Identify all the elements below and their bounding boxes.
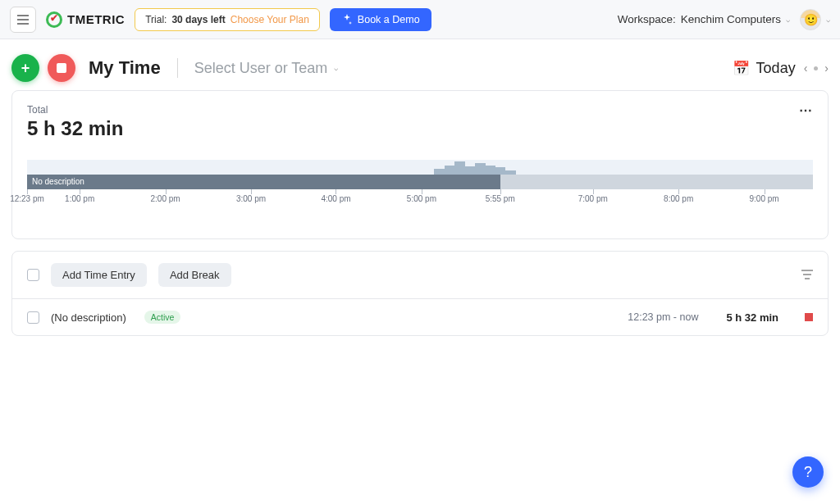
timeline-tick-label: 4:00 pm xyxy=(321,194,350,203)
today-dot-button[interactable] xyxy=(814,66,818,70)
activity-bar xyxy=(475,163,485,175)
add-break-button[interactable]: Add Break xyxy=(158,263,231,287)
brand-logo[interactable]: TMETRIC xyxy=(46,11,125,28)
page-title: My Time xyxy=(89,57,161,79)
card-menu-button[interactable]: ⋯ xyxy=(799,102,813,118)
brand-name: TMETRIC xyxy=(67,12,125,26)
select-user-team-picker[interactable]: Select User or Team ⌵ xyxy=(194,60,339,77)
choose-plan-link[interactable]: Choose Your Plan xyxy=(231,14,309,25)
divider xyxy=(177,58,178,78)
sort-button[interactable] xyxy=(801,269,813,282)
hamburger-icon xyxy=(17,15,29,25)
entry-duration: 5 h 32 min xyxy=(726,311,778,324)
timeline-tick-label: 8:00 pm xyxy=(664,194,693,203)
timeline-future-bar xyxy=(500,175,813,189)
timeline-lane[interactable]: No description xyxy=(27,160,813,189)
date-label: Today xyxy=(756,60,796,77)
stop-timer-button[interactable] xyxy=(48,54,75,82)
activity-bar xyxy=(454,161,464,175)
entry-description: (No description) xyxy=(51,311,126,324)
next-day-button[interactable]: › xyxy=(824,61,829,75)
workspace-picker[interactable]: Workspace: Kenchim Computers ⌵ xyxy=(618,13,790,25)
select-all-checkbox[interactable] xyxy=(27,269,39,281)
date-picker[interactable]: 📅 Today xyxy=(733,60,796,77)
timeline-tick-label: 5:00 pm xyxy=(407,194,436,203)
activity-bar xyxy=(495,167,505,175)
add-time-button[interactable]: + xyxy=(11,54,39,82)
entries-toolbar: Add Time Entry Add Break xyxy=(12,252,828,299)
timeline-tick-label: 2:00 pm xyxy=(151,194,180,203)
chevron-down-icon: ⌵ xyxy=(826,16,830,24)
entry-row[interactable]: (No description) Active 12:23 pm - now 5… xyxy=(12,299,828,335)
timeline-tick-label: 3:00 pm xyxy=(236,194,266,203)
total-card: Total 5 h 32 min ⋯ No description 12:23 … xyxy=(11,90,829,239)
select-user-team-label: Select User or Team xyxy=(194,60,328,77)
entries-card: Add Time Entry Add Break (No description… xyxy=(11,251,829,336)
activity-chart xyxy=(27,160,813,175)
timeline-tick-label: 9:00 pm xyxy=(750,194,779,203)
user-avatar-icon: 🙂 xyxy=(800,9,821,30)
timeline-tick-label: 1:00 pm xyxy=(65,194,94,203)
help-button[interactable]: ? xyxy=(792,456,824,488)
stop-icon xyxy=(57,63,66,73)
date-nav: 📅 Today ‹ › xyxy=(733,60,829,77)
chevron-down-icon: ⌵ xyxy=(786,16,790,24)
activity-bar xyxy=(486,166,495,175)
recording-indicator-icon xyxy=(805,313,813,321)
timeline-ticks: 12:23 pm1:00 pm2:00 pm3:00 pm4:00 pm5:00… xyxy=(27,194,813,206)
timeline-tick-label: 7:00 pm xyxy=(578,194,608,203)
help-icon: ? xyxy=(804,464,812,481)
user-menu[interactable]: 🙂 ⌵ xyxy=(800,9,830,30)
menu-toggle-button[interactable] xyxy=(10,7,36,33)
book-demo-button[interactable]: Book a Demo xyxy=(330,8,431,31)
date-nav-controls: ‹ › xyxy=(804,61,829,75)
demo-sparkle-icon xyxy=(341,14,353,25)
logo-mark-icon xyxy=(46,11,62,28)
total-label: Total xyxy=(27,104,813,116)
entry-time-range: 12:23 pm - now xyxy=(628,311,698,323)
workspace-name: Kenchim Computers xyxy=(681,13,781,25)
timeline: No description 12:23 pm1:00 pm2:00 pm3:0… xyxy=(27,160,813,206)
trial-prefix: Trial: xyxy=(145,14,167,25)
total-value: 5 h 32 min xyxy=(27,117,813,140)
add-time-entry-button[interactable]: Add Time Entry xyxy=(51,263,147,287)
sort-icon xyxy=(801,270,813,279)
trial-days: 30 days left xyxy=(171,14,225,25)
timeline-tick-label: 12:23 pm xyxy=(10,194,44,203)
chevron-down-icon: ⌵ xyxy=(334,64,338,72)
top-bar: TMETRIC Trial: 30 days left Choose Your … xyxy=(0,0,840,39)
status-badge: Active xyxy=(144,311,181,324)
activity-bar xyxy=(445,166,454,175)
prev-day-button[interactable]: ‹ xyxy=(804,61,808,75)
activity-bar xyxy=(434,169,444,175)
page-header: + My Time Select User or Team ⌵ 📅 Today … xyxy=(0,39,840,90)
timeline-tick-label: 5:55 pm xyxy=(486,194,515,203)
activity-bar xyxy=(465,166,475,175)
workspace-label: Workspace: xyxy=(618,13,676,25)
calendar-icon: 📅 xyxy=(733,60,750,77)
book-demo-label: Book a Demo xyxy=(358,14,420,25)
timeline-entry-bar[interactable]: No description xyxy=(27,175,500,189)
trial-banner[interactable]: Trial: 30 days left Choose Your Plan xyxy=(135,8,320,31)
entry-checkbox[interactable] xyxy=(27,311,39,324)
